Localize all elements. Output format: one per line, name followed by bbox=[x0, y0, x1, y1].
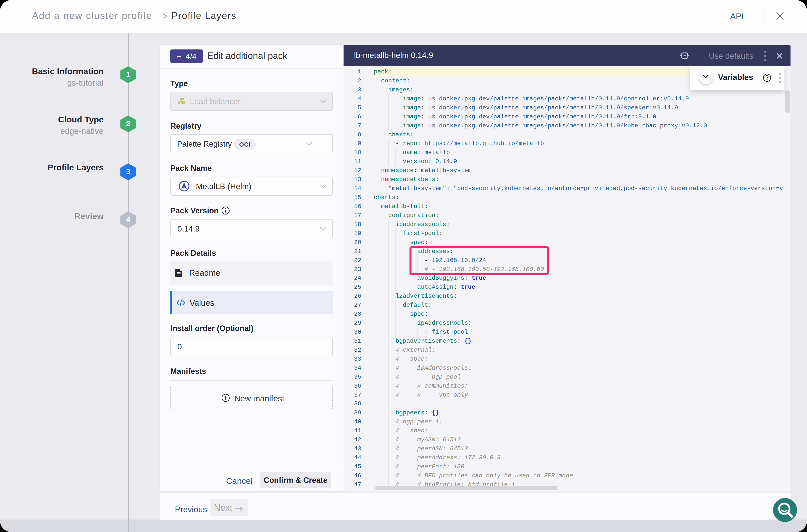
svg-text:4: 4 bbox=[126, 215, 130, 224]
svg-text:1: 1 bbox=[126, 70, 130, 78]
svg-text:3: 3 bbox=[126, 167, 130, 176]
svg-text:2: 2 bbox=[126, 119, 130, 128]
